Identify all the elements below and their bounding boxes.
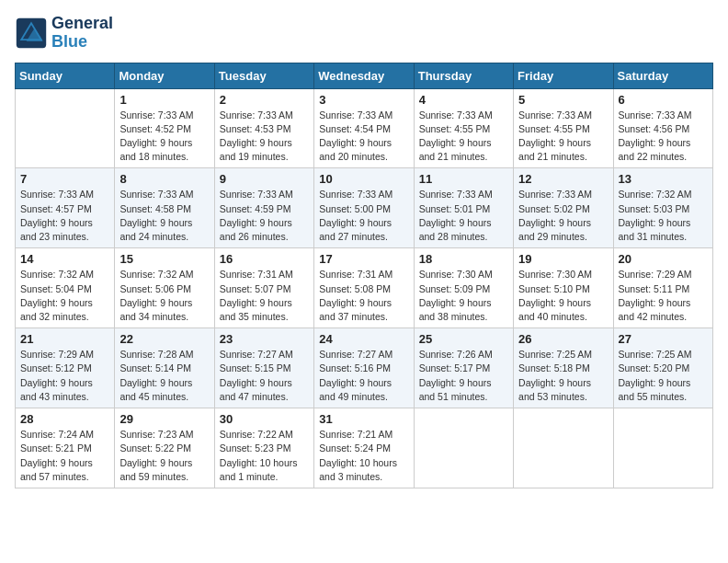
- logo: General Blue: [15, 15, 113, 52]
- calendar-cell: 1Sunrise: 7:33 AM Sunset: 4:52 PM Daylig…: [115, 88, 214, 168]
- logo-icon: [15, 17, 48, 50]
- calendar-cell: 22Sunrise: 7:28 AM Sunset: 5:14 PM Dayli…: [115, 328, 214, 408]
- calendar-cell: 5Sunrise: 7:33 AM Sunset: 4:55 PM Daylig…: [514, 88, 613, 168]
- calendar-cell: 17Sunrise: 7:31 AM Sunset: 5:08 PM Dayli…: [314, 248, 414, 328]
- calendar-cell: 14Sunrise: 7:32 AM Sunset: 5:04 PM Dayli…: [16, 248, 115, 328]
- day-info: Sunrise: 7:27 AM Sunset: 5:16 PM Dayligh…: [319, 348, 408, 404]
- calendar-cell: 16Sunrise: 7:31 AM Sunset: 5:07 PM Dayli…: [214, 248, 313, 328]
- day-info: Sunrise: 7:30 AM Sunset: 5:10 PM Dayligh…: [518, 268, 608, 324]
- day-number: 8: [119, 172, 209, 186]
- day-info: Sunrise: 7:30 AM Sunset: 5:09 PM Dayligh…: [419, 268, 508, 324]
- day-number: 20: [619, 252, 708, 266]
- calendar-cell: 3Sunrise: 7:33 AM Sunset: 4:54 PM Daylig…: [314, 88, 414, 168]
- calendar-cell: 25Sunrise: 7:26 AM Sunset: 5:17 PM Dayli…: [414, 328, 513, 408]
- day-number: 13: [619, 172, 708, 186]
- day-number: 15: [119, 252, 209, 266]
- day-info: Sunrise: 7:32 AM Sunset: 5:03 PM Dayligh…: [619, 188, 708, 244]
- day-info: Sunrise: 7:33 AM Sunset: 4:52 PM Dayligh…: [119, 109, 209, 165]
- day-number: 23: [220, 332, 309, 346]
- day-number: 17: [319, 252, 408, 266]
- calendar-cell: 29Sunrise: 7:23 AM Sunset: 5:22 PM Dayli…: [115, 408, 214, 488]
- calendar-cell: 26Sunrise: 7:25 AM Sunset: 5:18 PM Dayli…: [514, 328, 613, 408]
- calendar-cell: 24Sunrise: 7:27 AM Sunset: 5:16 PM Dayli…: [314, 328, 414, 408]
- calendar-cell: 12Sunrise: 7:33 AM Sunset: 5:02 PM Dayli…: [514, 168, 613, 248]
- day-info: Sunrise: 7:26 AM Sunset: 5:17 PM Dayligh…: [419, 348, 508, 404]
- day-number: 25: [419, 332, 508, 346]
- day-number: 9: [220, 172, 309, 186]
- day-info: Sunrise: 7:31 AM Sunset: 5:08 PM Dayligh…: [319, 268, 408, 324]
- calendar-cell: 20Sunrise: 7:29 AM Sunset: 5:11 PM Dayli…: [613, 248, 712, 328]
- day-number: 16: [220, 252, 309, 266]
- day-number: 22: [119, 332, 209, 346]
- weekday-header-thursday: Thursday: [414, 63, 513, 88]
- calendar-table: SundayMondayTuesdayWednesdayThursdayFrid…: [15, 63, 713, 488]
- day-info: Sunrise: 7:33 AM Sunset: 4:58 PM Dayligh…: [119, 188, 209, 244]
- calendar-cell: 10Sunrise: 7:33 AM Sunset: 5:00 PM Dayli…: [314, 168, 414, 248]
- weekday-header-tuesday: Tuesday: [214, 63, 313, 88]
- day-info: Sunrise: 7:29 AM Sunset: 5:12 PM Dayligh…: [20, 348, 109, 404]
- day-number: 12: [518, 172, 608, 186]
- calendar-cell: [514, 408, 613, 488]
- calendar-cell: 30Sunrise: 7:22 AM Sunset: 5:23 PM Dayli…: [214, 408, 313, 488]
- calendar-cell: 21Sunrise: 7:29 AM Sunset: 5:12 PM Dayli…: [16, 328, 115, 408]
- day-number: 3: [319, 93, 408, 107]
- day-info: Sunrise: 7:22 AM Sunset: 5:23 PM Dayligh…: [220, 428, 309, 484]
- day-info: Sunrise: 7:23 AM Sunset: 5:22 PM Dayligh…: [119, 428, 209, 484]
- day-info: Sunrise: 7:33 AM Sunset: 5:02 PM Dayligh…: [518, 188, 608, 244]
- day-info: Sunrise: 7:24 AM Sunset: 5:21 PM Dayligh…: [20, 428, 109, 484]
- day-number: 19: [518, 252, 608, 266]
- day-number: 5: [518, 93, 608, 107]
- calendar-cell: 28Sunrise: 7:24 AM Sunset: 5:21 PM Dayli…: [16, 408, 115, 488]
- weekday-header-sunday: Sunday: [16, 63, 115, 88]
- calendar-cell: 2Sunrise: 7:33 AM Sunset: 4:53 PM Daylig…: [214, 88, 313, 168]
- logo-text: General Blue: [51, 15, 113, 52]
- day-number: 18: [419, 252, 508, 266]
- day-number: 26: [518, 332, 608, 346]
- calendar-cell: [613, 408, 712, 488]
- day-info: Sunrise: 7:33 AM Sunset: 4:59 PM Dayligh…: [220, 188, 309, 244]
- calendar-cell: 23Sunrise: 7:27 AM Sunset: 5:15 PM Dayli…: [214, 328, 313, 408]
- weekday-header-saturday: Saturday: [613, 63, 712, 88]
- calendar-cell: 9Sunrise: 7:33 AM Sunset: 4:59 PM Daylig…: [214, 168, 313, 248]
- calendar-cell: 7Sunrise: 7:33 AM Sunset: 4:57 PM Daylig…: [16, 168, 115, 248]
- day-number: 29: [119, 412, 209, 426]
- calendar-cell: 11Sunrise: 7:33 AM Sunset: 5:01 PM Dayli…: [414, 168, 513, 248]
- day-info: Sunrise: 7:25 AM Sunset: 5:18 PM Dayligh…: [518, 348, 608, 404]
- day-number: 10: [319, 172, 408, 186]
- page-header: General Blue: [15, 15, 713, 52]
- calendar-cell: 27Sunrise: 7:25 AM Sunset: 5:20 PM Dayli…: [613, 328, 712, 408]
- day-info: Sunrise: 7:31 AM Sunset: 5:07 PM Dayligh…: [220, 268, 309, 324]
- day-info: Sunrise: 7:33 AM Sunset: 4:54 PM Dayligh…: [319, 109, 408, 165]
- day-number: 1: [119, 93, 209, 107]
- day-info: Sunrise: 7:33 AM Sunset: 4:55 PM Dayligh…: [419, 109, 508, 165]
- day-info: Sunrise: 7:33 AM Sunset: 4:57 PM Dayligh…: [20, 188, 109, 244]
- day-number: 11: [419, 172, 508, 186]
- day-info: Sunrise: 7:32 AM Sunset: 5:04 PM Dayligh…: [20, 268, 109, 324]
- day-info: Sunrise: 7:33 AM Sunset: 4:55 PM Dayligh…: [518, 109, 608, 165]
- day-number: 21: [20, 332, 109, 346]
- weekday-header-friday: Friday: [514, 63, 613, 88]
- day-number: 28: [20, 412, 109, 426]
- day-info: Sunrise: 7:25 AM Sunset: 5:20 PM Dayligh…: [619, 348, 708, 404]
- day-number: 27: [619, 332, 708, 346]
- day-number: 24: [319, 332, 408, 346]
- calendar-cell: 19Sunrise: 7:30 AM Sunset: 5:10 PM Dayli…: [514, 248, 613, 328]
- calendar-cell: [16, 88, 115, 168]
- day-number: 14: [20, 252, 109, 266]
- calendar-cell: 4Sunrise: 7:33 AM Sunset: 4:55 PM Daylig…: [414, 88, 513, 168]
- day-info: Sunrise: 7:21 AM Sunset: 5:24 PM Dayligh…: [319, 428, 408, 484]
- calendar-cell: [414, 408, 513, 488]
- calendar-cell: 6Sunrise: 7:33 AM Sunset: 4:56 PM Daylig…: [613, 88, 712, 168]
- calendar-cell: 31Sunrise: 7:21 AM Sunset: 5:24 PM Dayli…: [314, 408, 414, 488]
- day-info: Sunrise: 7:29 AM Sunset: 5:11 PM Dayligh…: [619, 268, 708, 324]
- weekday-header-monday: Monday: [115, 63, 214, 88]
- day-info: Sunrise: 7:27 AM Sunset: 5:15 PM Dayligh…: [220, 348, 309, 404]
- day-info: Sunrise: 7:33 AM Sunset: 5:00 PM Dayligh…: [319, 188, 408, 244]
- day-number: 7: [20, 172, 109, 186]
- day-info: Sunrise: 7:32 AM Sunset: 5:06 PM Dayligh…: [119, 268, 209, 324]
- day-number: 4: [419, 93, 508, 107]
- day-info: Sunrise: 7:33 AM Sunset: 4:53 PM Dayligh…: [220, 109, 309, 165]
- day-number: 6: [619, 93, 708, 107]
- day-info: Sunrise: 7:33 AM Sunset: 4:56 PM Dayligh…: [619, 109, 708, 165]
- day-info: Sunrise: 7:33 AM Sunset: 5:01 PM Dayligh…: [419, 188, 508, 244]
